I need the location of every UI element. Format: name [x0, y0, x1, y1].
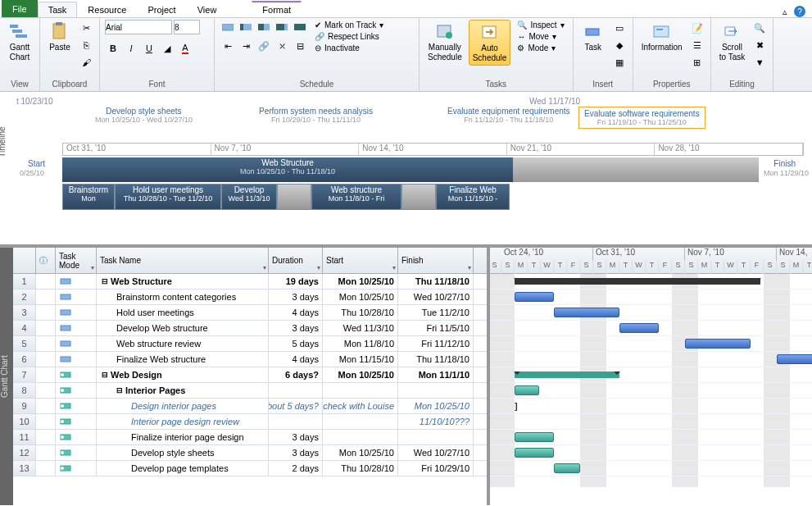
finish-cell[interactable] [398, 383, 474, 398]
italic-button[interactable]: I [123, 40, 139, 57]
tl-callout[interactable]: Perform system needs analysisFri 10/29/1… [259, 107, 373, 124]
start-cell[interactable] [323, 383, 398, 398]
duration-cell[interactable]: 2 days [269, 461, 323, 476]
table-row[interactable]: 12Develop style sheets3 daysMon 10/25/10… [13, 445, 487, 461]
duration-cell[interactable]: 4 days [269, 352, 323, 367]
task-name-cell[interactable]: Design interior pages [97, 399, 269, 413]
col-header[interactable]: Task Name▾ [97, 248, 269, 273]
mode-cell[interactable] [56, 445, 97, 460]
gantt-bar[interactable]: ] [515, 401, 519, 411]
pct-25-button[interactable] [238, 20, 254, 36]
col-header[interactable]: Task Mode▾ [56, 248, 97, 273]
table-row[interactable]: 11Finalize interior page design3 days [13, 430, 487, 445]
table-row[interactable]: 2Brainstorm content categories3 daysMon … [13, 289, 487, 305]
finish-cell[interactable]: Fri 11/12/10 [398, 336, 474, 351]
outdent-button[interactable]: ⇤ [220, 38, 236, 54]
bold-button[interactable]: B [105, 40, 121, 57]
mode-cell[interactable] [56, 399, 97, 413]
mode-cell[interactable] [56, 367, 97, 382]
duration-cell[interactable]: 4 days [269, 305, 323, 320]
finish-cell[interactable]: Mon 11/1/10 [398, 367, 474, 382]
gantt-chart-button[interactable]: Gantt Chart [5, 20, 34, 64]
minimize-ribbon-icon[interactable]: ▵ [783, 7, 787, 17]
task-insert-button[interactable]: Task [578, 20, 608, 54]
cut-button[interactable]: ✂ [78, 20, 94, 36]
mode-button[interactable]: ⚙Mode ▾ [514, 43, 567, 53]
tl-subbar[interactable]: BrainstormMon [62, 184, 115, 210]
gantt-bar[interactable] [515, 292, 554, 302]
tl-main-bar[interactable]: Web Structure Mon 10/25/10 - Thu 11/18/1… [62, 157, 513, 182]
inactivate-button[interactable]: ⊖Inactivate [311, 43, 387, 53]
mode-cell[interactable] [56, 336, 97, 351]
duration-cell[interactable]: 19 days [269, 274, 323, 289]
finish-cell[interactable]: 11/10/10??? [398, 414, 474, 429]
finish-cell[interactable]: Mon 10/25/10 [398, 399, 474, 413]
table-row[interactable]: 6Finalize Web structure4 daysMon 11/15/1… [13, 352, 487, 367]
start-cell[interactable]: check with Louise [323, 399, 398, 413]
task-name-cell[interactable]: Interior page design review [97, 414, 269, 429]
inspect-button[interactable]: 🔍Inspect ▾ [514, 20, 567, 30]
move-button[interactable]: ↔Move ▾ [514, 31, 567, 42]
mode-cell[interactable] [56, 352, 97, 367]
task-name-cell[interactable]: Hold user meetings [97, 305, 269, 320]
start-cell[interactable]: Mon 10/25/10 [323, 367, 398, 382]
details-button[interactable]: ☰ [689, 37, 705, 53]
duration-cell[interactable]: 6 days? [269, 367, 323, 382]
mode-cell[interactable] [56, 430, 97, 444]
task-name-cell[interactable]: ⊟Web Structure [97, 274, 269, 289]
indent-button[interactable]: ⇥ [238, 38, 254, 54]
duration-cell[interactable]: about 5 days? [269, 399, 323, 413]
information-button[interactable]: Information [638, 20, 686, 54]
tl-callout[interactable]: Develop style sheetsMon 10/25/10 - Wed 1… [95, 107, 193, 124]
start-cell[interactable] [323, 430, 398, 444]
respect-links-button[interactable]: 🔗Respect Links [311, 31, 387, 42]
table-row[interactable]: 10Interior page design review11/10/10??? [13, 414, 487, 430]
table-row[interactable]: 9Design interior pagesabout 5 days?check… [13, 399, 487, 414]
clear-button[interactable]: ✖ [751, 37, 768, 53]
table-row[interactable]: 1⊟Web Structure19 daysMon 10/25/10Thu 11… [13, 274, 487, 289]
duration-cell[interactable]: 3 days [269, 430, 323, 444]
gantt-bar[interactable] [619, 323, 659, 333]
tl-subbar[interactable]: Web structureMon 11/8/10 - Fri [311, 184, 401, 210]
duration-cell[interactable]: 3 days [269, 445, 323, 460]
gantt-bar[interactable] [554, 308, 619, 317]
manually-schedule-button[interactable]: Manually Schedule [424, 20, 465, 64]
gantt-bar[interactable] [515, 278, 760, 285]
pct-50-button[interactable] [256, 20, 272, 36]
milestone-button[interactable]: ◆ [611, 37, 628, 53]
pct-0-button[interactable] [220, 20, 236, 36]
tab-task[interactable]: Task [38, 2, 78, 17]
tab-format[interactable]: Format [252, 1, 302, 17]
duration-cell[interactable]: 5 days [269, 336, 323, 351]
gantt-bar[interactable] [515, 432, 554, 442]
finish-cell[interactable]: Wed 10/27/10 [398, 289, 474, 304]
tab-project[interactable]: Project [137, 2, 186, 17]
mark-on-track-button[interactable]: ✔Mark on Track ▾ [311, 20, 387, 30]
tab-resource[interactable]: Resource [77, 2, 137, 17]
task-name-cell[interactable]: Finalize interior page design [97, 430, 269, 444]
task-name-cell[interactable]: Finalize Web structure [97, 352, 269, 367]
col-header[interactable]: Duration▾ [269, 248, 323, 273]
copy-button[interactable]: ⎘ [78, 37, 94, 53]
tl-callout[interactable]: Evaluate equipment requirementsFri 11/12… [447, 107, 570, 124]
table-row[interactable]: 3Hold user meetings4 daysThu 10/28/10Tue… [13, 305, 487, 321]
notes-button[interactable]: 📝 [689, 20, 705, 36]
col-header[interactable]: Finish▾ [398, 248, 474, 273]
duration-cell[interactable]: 3 days [269, 321, 323, 335]
paste-button[interactable]: Paste [45, 20, 75, 54]
auto-schedule-button[interactable]: Auto Schedule [469, 20, 511, 66]
collapse-icon[interactable]: ⊟ [102, 371, 108, 379]
start-cell[interactable]: Mon 11/8/10 [323, 336, 398, 351]
start-cell[interactable]: Mon 11/15/10 [323, 352, 398, 367]
task-name-cell[interactable]: Develop style sheets [97, 445, 269, 460]
task-name-cell[interactable]: ⊟Interior Pages [97, 383, 269, 398]
split-button[interactable]: ⊟ [292, 38, 308, 54]
task-name-cell[interactable]: Develop page templates [97, 461, 269, 476]
link-button[interactable]: 🔗 [256, 38, 272, 54]
col-header[interactable]: ⓘ [36, 248, 56, 273]
start-cell[interactable]: Mon 10/25/10 [323, 274, 398, 289]
tl-subbar[interactable]: Hold user meetingsThu 10/28/10 - Tue 11/… [115, 184, 221, 210]
tl-callout[interactable]: Evaluate software requirementsFri 11/19/… [578, 107, 705, 129]
mode-cell[interactable] [56, 383, 97, 398]
start-cell[interactable] [323, 414, 398, 429]
